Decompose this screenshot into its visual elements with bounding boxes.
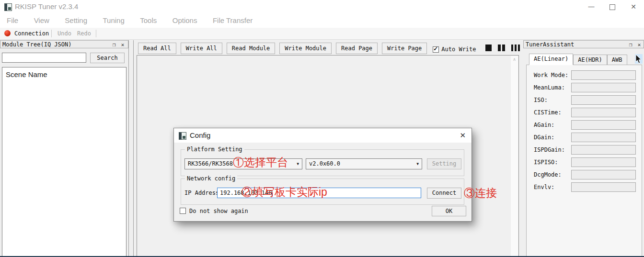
annotation-step1: ①选择平台 (233, 155, 288, 170)
scene-tree-list[interactable]: Scene Name (2, 67, 126, 257)
version-select[interactable]: v2.0x60.0 ▼ (306, 158, 422, 169)
dgain-label: DGain: (534, 134, 554, 141)
tab-awb[interactable]: AWB (607, 55, 627, 65)
meanluma-label: MeanLuma: (534, 84, 565, 91)
read-module-button[interactable]: Read Module (227, 43, 275, 54)
minimize-button[interactable]: — (581, 0, 602, 13)
write-module-button[interactable]: Write Module (279, 43, 332, 54)
toolbar-separator (51, 30, 52, 37)
close-button[interactable]: ✕ (623, 0, 644, 13)
field-row: MeanLuma: (527, 81, 642, 94)
field-row: DGain: (527, 131, 642, 144)
scene-list-header: Scene Name (2, 67, 126, 78)
float-panel-icon[interactable]: ❐ (111, 41, 117, 49)
panel-splitter[interactable] (133, 40, 134, 257)
work-mode-label: Work Mode: (534, 72, 568, 78)
redo-button[interactable]: Redo (77, 30, 91, 37)
tab-ae-hdr[interactable]: AE(HDR) (573, 55, 607, 65)
chevron-down-icon: ▼ (416, 159, 419, 169)
envlv-value (571, 182, 636, 192)
write-all-button[interactable]: Write All (181, 43, 222, 54)
ispdgain-label: ISPDGain: (534, 146, 565, 153)
dcgmode-label: DcgMode: (534, 171, 562, 178)
field-row: ISPDGain: (527, 144, 642, 156)
panel-splitter[interactable] (128, 40, 129, 257)
read-all-button[interactable]: Read All (138, 43, 176, 54)
iso-value (571, 95, 636, 105)
again-value (571, 120, 636, 130)
write-page-button[interactable]: Write Page (382, 43, 427, 54)
work-mode-value (571, 70, 636, 80)
app-title: RKISP Tuner v2.3.4 (15, 2, 78, 11)
connection-button[interactable]: Connection (14, 30, 49, 37)
dgain-value (571, 133, 636, 142)
menu-file[interactable]: File (0, 13, 25, 28)
connection-status-icon (4, 30, 11, 36)
float-panel-icon[interactable]: ❐ (627, 41, 634, 49)
field-row: AGain: (527, 119, 642, 131)
config-dialog: Config ✕ Platform Setting RK3566/RK3568 … (173, 128, 472, 222)
read-page-button[interactable]: Read Page (336, 43, 378, 54)
close-panel-icon[interactable]: ✕ (119, 41, 126, 49)
ok-button[interactable]: OK (432, 206, 466, 216)
dcgmode-value (571, 170, 636, 179)
auto-write-checkbox[interactable]: ✓ (433, 46, 439, 53)
toolbar: Connection Undo Redo (0, 28, 644, 40)
field-row: Work Mode: (527, 69, 642, 81)
envlv-label: Envlv: (534, 184, 554, 190)
single-view-icon[interactable] (485, 45, 492, 51)
tuner-assistant-title: TunerAssistant (526, 41, 574, 48)
setting-button[interactable]: Setting (427, 158, 461, 169)
cistime-label: CISTime: (534, 109, 562, 116)
toolbar-divider (0, 39, 644, 40)
auto-write-label: Auto Write (441, 46, 476, 53)
undo-button[interactable]: Undo (58, 30, 71, 37)
maximize-button[interactable] (602, 0, 623, 13)
dialog-close-button[interactable]: ✕ (460, 131, 466, 140)
scroll-up-icon[interactable]: ∧ (511, 57, 518, 62)
module-tree-panel-header: Module Tree(IQ JSON) ❐ ✕ (0, 40, 128, 48)
version-select-value: v2.0x60.0 (309, 160, 340, 167)
tuner-assistant-tabs: AE(Linear)AE(HDR)AWBSystem (529, 54, 644, 65)
field-row: ISO: (527, 94, 642, 106)
vertical-scrollbar[interactable]: ∧ (511, 56, 518, 256)
menu-bar: File View Setting Tuning Tools Options F… (0, 13, 644, 28)
menu-setting[interactable]: Setting (58, 13, 94, 28)
search-button[interactable]: Search (90, 53, 125, 63)
field-row: Envlv: (527, 181, 642, 193)
maximize-icon (610, 4, 615, 10)
title-bar: RKISP Tuner v2.3.4 — ✕ (0, 0, 644, 13)
tab-ae-linear[interactable]: AE(Linear) (529, 54, 573, 65)
ispiso-label: ISPISO: (534, 159, 558, 166)
mouse-cursor-icon (635, 54, 642, 64)
annotation-step2: ②填写板卡实际ip (242, 185, 327, 200)
chevron-down-icon: ▼ (297, 159, 299, 169)
menu-view[interactable]: View (27, 13, 56, 28)
menu-tools[interactable]: Tools (133, 13, 163, 28)
checkmark-icon: ✓ (433, 45, 438, 52)
config-dialog-titlebar[interactable]: Config ✕ (174, 128, 472, 143)
search-input[interactable] (2, 53, 86, 63)
view-layout-buttons (485, 44, 520, 51)
network-config-label: Network config (185, 175, 237, 182)
dont-show-again-label: Do not show again (189, 208, 248, 214)
ispdgain-value (571, 145, 636, 155)
triple-view-icon[interactable] (511, 45, 520, 51)
auto-write-control[interactable]: ✓ Auto Write (433, 45, 476, 54)
platform-select-value: RK3566/RK3568 (188, 160, 233, 167)
meanluma-value (571, 83, 636, 92)
connect-button[interactable]: Connect (427, 188, 461, 199)
menu-options[interactable]: Options (166, 13, 204, 28)
menu-file-transfer[interactable]: File Transfer (206, 13, 259, 28)
iso-label: ISO: (534, 97, 548, 103)
annotation-step3: ③连接 (464, 186, 497, 201)
tuner-assistant-panel-header: TunerAssistant ❐ ✕ (523, 40, 644, 48)
module-button-row: Read All Write All Read Module Write Mod… (138, 43, 476, 54)
field-row: DcgMode: (527, 168, 642, 181)
dont-show-again-checkbox[interactable] (180, 208, 186, 214)
dual-view-icon[interactable] (498, 45, 505, 51)
close-panel-icon[interactable]: ✕ (636, 41, 643, 49)
dialog-icon (179, 132, 186, 140)
menu-tuning[interactable]: Tuning (96, 13, 131, 28)
dialog-title: Config (190, 131, 210, 139)
